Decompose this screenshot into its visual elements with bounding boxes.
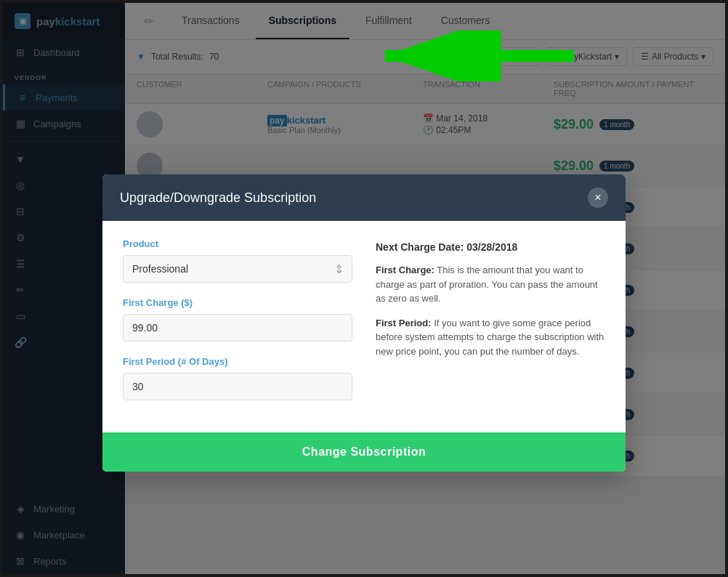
next-charge-date: Next Charge Date: 03/28/2018	[376, 241, 605, 253]
first-charge-group: First Charge ($)	[123, 297, 352, 342]
first-period-input[interactable]	[123, 373, 352, 400]
change-subscription-button[interactable]: Change Subscription	[102, 432, 626, 472]
first-charge-info: First Charge: This is the amount that yo…	[376, 263, 605, 306]
first-period-group: First Period (# Of Days)	[123, 356, 352, 400]
modal-form: Product Professional Basic Plan Enterpri…	[123, 238, 352, 415]
modal-footer: Change Subscription	[102, 432, 626, 472]
first-charge-input[interactable]	[123, 314, 352, 342]
modal-overlay[interactable]: Upgrade/Downgrade Subscription × Product…	[0, 0, 728, 577]
modal-close-button[interactable]: ×	[588, 187, 608, 208]
first-period-info-title: First Period:	[376, 318, 432, 328]
first-period-label: First Period (# Of Days)	[123, 356, 352, 367]
modal-info: Next Charge Date: 03/28/2018 First Charg…	[376, 238, 605, 415]
product-select[interactable]: Professional Basic Plan Enterprise	[123, 255, 352, 283]
product-label: Product	[123, 238, 352, 249]
modal-body: Product Professional Basic Plan Enterpri…	[102, 221, 626, 432]
product-select-wrapper: Professional Basic Plan Enterprise ⇕	[123, 255, 352, 283]
first-charge-info-title: First Charge:	[376, 265, 434, 275]
first-charge-label: First Charge ($)	[123, 297, 352, 308]
modal-header: Upgrade/Downgrade Subscription ×	[102, 174, 626, 221]
modal-title: Upgrade/Downgrade Subscription	[120, 190, 316, 206]
product-group: Product Professional Basic Plan Enterpri…	[123, 238, 352, 283]
first-period-info: First Period: If you want to give some g…	[376, 316, 605, 359]
modal: Upgrade/Downgrade Subscription × Product…	[102, 174, 626, 472]
